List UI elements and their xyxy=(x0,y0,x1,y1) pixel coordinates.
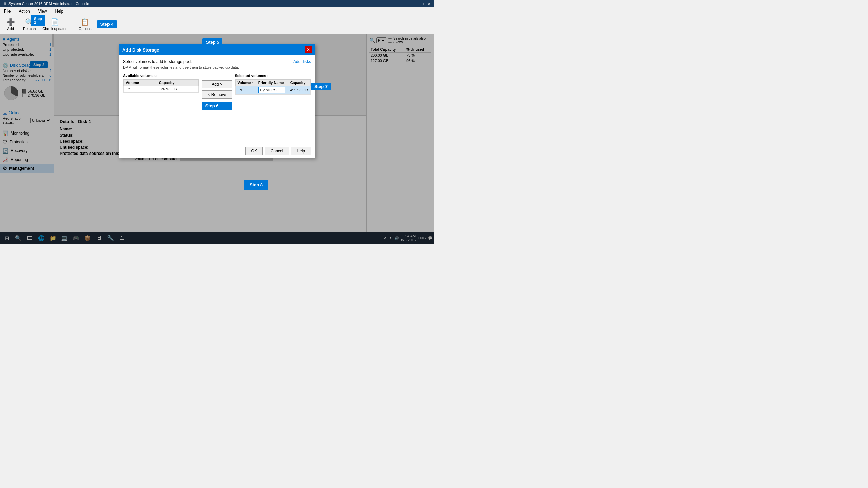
dialog-footer: OK Cancel Help xyxy=(119,144,315,158)
volumes-controls: Add > < Remove Step 6 xyxy=(202,74,232,110)
remove-volume-button[interactable]: < Remove xyxy=(202,90,232,99)
options-icon: 📋 xyxy=(81,18,89,26)
options-button[interactable]: 📋 Options xyxy=(76,17,94,32)
app-title: System Center 2016 DPM Administrator Con… xyxy=(8,2,89,6)
modal-overlay: Add Disk Storage ✕ Select volumes to add… xyxy=(0,34,434,244)
friendly-name-input[interactable] xyxy=(258,87,285,93)
dialog-instruction-main: Select volumes to add to storage pool. xyxy=(123,59,239,64)
add-icon: ➕ xyxy=(6,18,15,26)
available-volume-row[interactable]: F:\ 126.93 GB xyxy=(124,86,199,93)
step8-badge[interactable]: Step 8 xyxy=(244,180,268,190)
titlebar: 🖥 System Center 2016 DPM Administrator C… xyxy=(0,0,434,7)
sel-volume-1: E:\ xyxy=(235,86,256,95)
cancel-button[interactable]: Cancel xyxy=(265,147,289,155)
maximize-button[interactable]: □ xyxy=(420,1,425,6)
step8-container: Step 8 xyxy=(244,180,268,190)
available-volumes-panel: Available volumes: Volume Capacity xyxy=(123,74,199,140)
selected-volumes-table: Volume ↑ Friendly Name Capacity E:\ xyxy=(235,79,311,95)
step5-badge[interactable]: Step 5 xyxy=(202,38,222,46)
dialog-title: Add Disk Storage xyxy=(122,47,159,53)
sel-col-volume: Volume ↑ xyxy=(235,80,256,86)
minimize-button[interactable]: ─ xyxy=(414,1,419,6)
sel-friendly-1[interactable] xyxy=(256,86,288,95)
titlebar-left: 🖥 System Center 2016 DPM Administrator C… xyxy=(3,2,89,6)
avail-col-capacity: Capacity xyxy=(157,80,199,86)
menu-help[interactable]: Help xyxy=(53,8,66,14)
step6-badge[interactable]: Step 6 xyxy=(202,102,232,110)
help-button[interactable]: Help xyxy=(291,147,311,155)
add-disks-link[interactable]: Add disks xyxy=(293,59,311,64)
available-volumes-list: Volume Capacity F:\ 126.93 GB xyxy=(123,79,199,140)
avail-col-volume: Volume xyxy=(124,80,157,86)
selected-volumes-label: Selected volumes: xyxy=(235,74,311,78)
menu-action[interactable]: Action xyxy=(17,8,32,14)
close-button[interactable]: ✕ xyxy=(427,1,431,6)
ok-button[interactable]: OK xyxy=(245,147,263,155)
add-volume-button[interactable]: Add > xyxy=(202,80,232,88)
dialog-instructions: Select volumes to add to storage pool. D… xyxy=(123,59,239,74)
dialog-close-button[interactable]: ✕ xyxy=(305,46,312,53)
selected-volumes-list: Volume ↑ Friendly Name Capacity E:\ xyxy=(235,79,311,140)
volumes-container: Available volumes: Volume Capacity xyxy=(123,74,311,140)
selected-volumes-panel: Selected volumes: Volume ↑ Friendly Name… xyxy=(235,74,311,140)
add-disk-storage-dialog: Add Disk Storage ✕ Select volumes to add… xyxy=(119,44,315,158)
sel-col-friendly: Friendly Name xyxy=(256,80,288,86)
menu-view[interactable]: View xyxy=(36,8,49,14)
add-button[interactable]: ➕ Add xyxy=(2,17,19,32)
selected-volume-row[interactable]: E:\ 499.93 GB xyxy=(235,86,310,95)
check-icon: 📄 xyxy=(51,18,59,26)
app-icon: 🖥 xyxy=(3,2,6,6)
rescan-button[interactable]: 🔍 Rescan Step 3 xyxy=(20,17,38,32)
sel-capacity-1: 499.93 GB xyxy=(288,86,310,95)
titlebar-controls[interactable]: ─ □ ✕ xyxy=(414,1,431,6)
dialog-body: Select volumes to add to storage pool. D… xyxy=(119,55,315,144)
available-volumes-label: Available volumes: xyxy=(123,74,199,78)
toolbar: ➕ Add 🔍 Rescan Step 3 📄 Check updates 📋 … xyxy=(0,15,434,34)
step4-badge[interactable]: Step 4 xyxy=(97,20,117,28)
menubar: File Action View Help xyxy=(0,7,434,15)
dialog-header-row: Select volumes to add to storage pool. D… xyxy=(123,59,311,74)
avail-volume-1: F:\ xyxy=(124,86,157,93)
step7-badge[interactable]: Step 7 xyxy=(311,83,331,90)
step3-badge[interactable]: Step 3 xyxy=(31,15,45,26)
dialog-instruction-sub: DPM will format these volumes and use th… xyxy=(123,65,239,69)
sel-col-capacity: Capacity xyxy=(288,80,310,86)
toolbar-separator xyxy=(73,18,73,31)
menu-file[interactable]: File xyxy=(2,8,13,14)
available-volumes-table: Volume Capacity F:\ 126.93 GB xyxy=(123,79,199,93)
avail-capacity-1: 126.93 GB xyxy=(157,86,199,93)
